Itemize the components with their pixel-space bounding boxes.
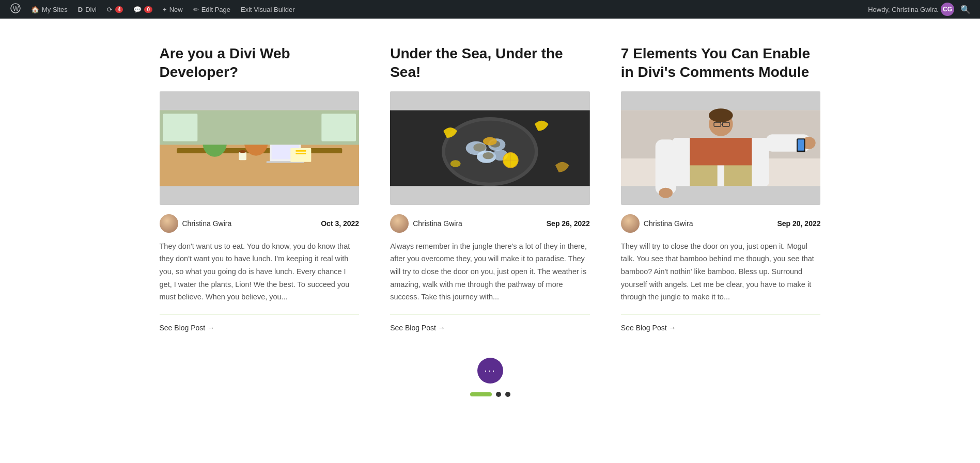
author-name-2: Christina Gwira (413, 219, 462, 228)
post-link-3[interactable]: See Blog Post → (621, 324, 821, 332)
svg-rect-43 (655, 139, 676, 195)
post-card-3: 7 Elements You Can Enable in Divi's Comm… (621, 44, 821, 332)
svg-rect-19 (163, 114, 197, 141)
svg-point-28 (473, 143, 486, 151)
wp-icon: W (10, 3, 21, 16)
post-title-3: 7 Elements You Can Enable in Divi's Comm… (621, 44, 821, 82)
edit-icon: ✏ (193, 6, 199, 13)
svg-point-14 (239, 150, 246, 153)
main-content: Are you a Divi Web Developer? (129, 19, 852, 438)
my-sites-label: My Sites (42, 6, 68, 13)
exit-vb-item[interactable]: Exit Visual Builder (237, 0, 299, 19)
edit-page-label: Edit Page (201, 6, 230, 13)
author-name-3: Christina Gwira (644, 219, 693, 228)
divi-item[interactable]: D Divi (74, 0, 101, 19)
howdy-text: Howdy, Christina Gwira (868, 6, 938, 13)
pagination-area: ··· (160, 358, 821, 397)
svg-rect-17 (295, 153, 306, 154)
pagination-dot-2[interactable] (496, 392, 501, 397)
post-author-1: Christina Gwira (160, 214, 232, 233)
adminbar-left: W 🏠 My Sites D Divi ⟳ 4 💬 0 + New ✏ Edit… (6, 0, 868, 19)
post-card-1: Are you a Divi Web Developer? (160, 44, 360, 332)
new-item[interactable]: + New (159, 0, 187, 19)
post-card-2: Under the Sea, Under the Sea! (390, 44, 590, 332)
svg-rect-20 (321, 114, 356, 141)
author-name-1: Christina Gwira (182, 219, 232, 228)
svg-point-48 (709, 108, 733, 122)
dots-icon: ··· (484, 364, 496, 376)
post-divider-1 (160, 314, 360, 314)
user-avatar[interactable]: CG (941, 3, 954, 16)
post-title-2: Under the Sea, Under the Sea! (390, 44, 590, 82)
author-avatar-1 (160, 214, 178, 233)
comments-icon: 💬 (133, 6, 142, 13)
svg-text:W: W (13, 5, 19, 12)
post-image-3 (621, 91, 821, 205)
admin-bar: W 🏠 My Sites D Divi ⟳ 4 💬 0 + New ✏ Edit… (0, 0, 980, 19)
post-date-1: Oct 3, 2022 (321, 219, 359, 228)
post-date-2: Sep 26, 2022 (547, 219, 590, 228)
exit-vb-label: Exit Visual Builder (241, 6, 295, 13)
post-title-1: Are you a Divi Web Developer? (160, 44, 360, 82)
pagination-more-button[interactable]: ··· (477, 358, 503, 384)
post-link-1[interactable]: See Blog Post → (160, 324, 360, 332)
sites-icon: 🏠 (31, 6, 39, 13)
post-image-1 (160, 91, 360, 205)
post-author-2: Christina Gwira (390, 214, 462, 233)
pagination-active-dot[interactable] (470, 392, 492, 396)
author-avatar-2 (390, 214, 409, 233)
svg-point-36 (450, 160, 461, 167)
new-label: New (169, 6, 183, 13)
post-meta-1: Christina Gwira Oct 3, 2022 (160, 214, 360, 233)
post-author-3: Christina Gwira (621, 214, 693, 233)
post-date-3: Sep 20, 2022 (777, 219, 820, 228)
svg-point-31 (483, 137, 497, 145)
plus-icon: + (163, 6, 167, 13)
pagination-indicators (470, 392, 510, 397)
pagination-dot-3[interactable] (505, 392, 510, 397)
adminbar-right: Howdy, Christina Gwira CG 🔍 (868, 3, 974, 16)
svg-point-44 (659, 187, 673, 198)
post-divider-2 (390, 314, 590, 314)
post-meta-2: Christina Gwira Sep 26, 2022 (390, 214, 590, 233)
updates-item[interactable]: ⟳ 4 (103, 0, 128, 19)
post-excerpt-1: They don't want us to eat. You do know, … (160, 240, 360, 304)
my-sites-item[interactable]: 🏠 My Sites (27, 0, 72, 19)
post-divider-3 (621, 314, 821, 314)
search-icon[interactable]: 🔍 (957, 5, 974, 14)
post-excerpt-2: Always remember in the jungle there's a … (390, 240, 590, 304)
wp-logo-item[interactable]: W (6, 0, 25, 19)
post-link-2[interactable]: See Blog Post → (390, 324, 590, 332)
updates-icon: ⟳ (107, 6, 113, 13)
divi-label: Divi (85, 6, 97, 13)
author-avatar-3 (621, 214, 640, 233)
svg-rect-16 (295, 150, 306, 152)
posts-grid: Are you a Divi Web Developer? (160, 44, 821, 332)
edit-page-item[interactable]: ✏ Edit Page (189, 0, 235, 19)
post-excerpt-3: They will try to close the door on you, … (621, 240, 821, 304)
svg-rect-42 (690, 138, 752, 165)
divi-icon: D (78, 6, 83, 13)
post-meta-3: Christina Gwira Sep 20, 2022 (621, 214, 821, 233)
comments-badge: 0 (144, 6, 152, 13)
comments-item[interactable]: 💬 0 (129, 0, 157, 19)
updates-badge: 4 (115, 6, 123, 13)
svg-rect-15 (290, 148, 311, 162)
post-image-2 (390, 91, 590, 205)
svg-rect-53 (798, 139, 804, 150)
svg-point-30 (483, 152, 493, 159)
